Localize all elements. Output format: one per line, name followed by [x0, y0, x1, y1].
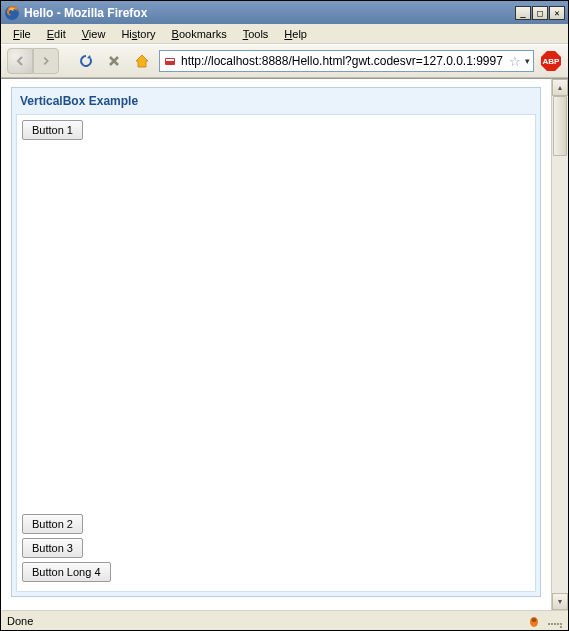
- close-button[interactable]: ✕: [549, 6, 565, 20]
- menu-view[interactable]: View: [74, 26, 114, 42]
- scroll-down-button[interactable]: ▾: [552, 593, 568, 610]
- minimize-button[interactable]: _: [515, 6, 531, 20]
- reload-icon: [78, 53, 94, 69]
- svg-point-4: [532, 618, 537, 622]
- maximize-button[interactable]: □: [532, 6, 548, 20]
- menu-help[interactable]: Help: [276, 26, 315, 42]
- forward-button[interactable]: [33, 48, 59, 74]
- home-button[interactable]: [131, 50, 153, 72]
- bookmark-star-icon[interactable]: ☆: [509, 54, 521, 69]
- resize-grip[interactable]: [548, 614, 562, 628]
- status-text: Done: [7, 615, 526, 627]
- reload-button[interactable]: [75, 50, 97, 72]
- home-icon: [134, 53, 150, 69]
- site-favicon-icon: [163, 54, 177, 68]
- vertical-scrollbar[interactable]: ▴ ▾: [551, 78, 568, 610]
- arrow-left-icon: [13, 54, 27, 68]
- menu-history[interactable]: History: [113, 26, 163, 42]
- stop-icon: [107, 54, 121, 68]
- panel-title: VerticalBox Example: [12, 88, 540, 114]
- content-viewport: VerticalBox Example Button 1 Button 2 Bu…: [1, 78, 551, 610]
- firebug-icon[interactable]: [526, 613, 542, 629]
- button-long-4[interactable]: Button Long 4: [22, 562, 111, 582]
- toolbar: ☆ ▾ ABP: [1, 44, 568, 78]
- button-2[interactable]: Button 2: [22, 514, 83, 534]
- firefox-icon: [4, 5, 20, 21]
- panel-body: Button 1 Button 2 Button 3 Button Long 4: [16, 114, 536, 592]
- arrow-right-icon: [40, 55, 52, 67]
- abp-button[interactable]: ABP: [540, 50, 562, 72]
- back-button[interactable]: [7, 48, 33, 74]
- svg-rect-2: [166, 59, 174, 61]
- verticalbox-panel: VerticalBox Example Button 1 Button 2 Bu…: [11, 87, 541, 597]
- url-dropdown-icon[interactable]: ▾: [525, 56, 530, 66]
- menu-file[interactable]: File: [5, 26, 39, 42]
- url-bar[interactable]: ☆ ▾: [159, 50, 534, 72]
- scroll-up-button[interactable]: ▴: [552, 79, 568, 96]
- url-input[interactable]: [181, 54, 505, 68]
- scroll-track[interactable]: [552, 96, 568, 593]
- button-1[interactable]: Button 1: [22, 120, 83, 140]
- titlebar: Hello - Mozilla Firefox _ □ ✕: [1, 1, 568, 24]
- statusbar: Done: [1, 610, 568, 630]
- menu-bookmarks[interactable]: Bookmarks: [164, 26, 235, 42]
- stop-button[interactable]: [103, 50, 125, 72]
- menu-edit[interactable]: Edit: [39, 26, 74, 42]
- button-3[interactable]: Button 3: [22, 538, 83, 558]
- menubar: File Edit View History Bookmarks Tools H…: [1, 24, 568, 44]
- abp-icon: ABP: [541, 51, 561, 71]
- window-title: Hello - Mozilla Firefox: [24, 6, 514, 20]
- menu-tools[interactable]: Tools: [235, 26, 277, 42]
- scroll-thumb[interactable]: [553, 96, 567, 156]
